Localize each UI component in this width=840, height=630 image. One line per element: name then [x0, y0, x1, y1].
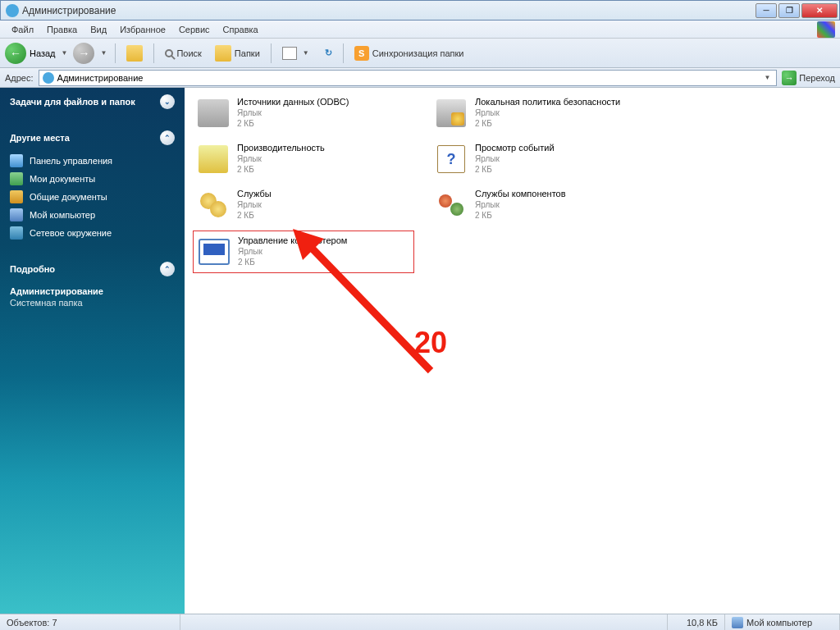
file-item[interactable]: Локальная политика безопасности Ярлык 2 …	[431, 93, 652, 134]
windows-logo-icon[interactable]	[817, 21, 835, 38]
sidebar-item-my-documents[interactable]: Мои документы	[10, 170, 175, 188]
folders-icon	[215, 45, 231, 62]
forward-button[interactable]: →	[73, 43, 94, 64]
sidebar-item-network[interactable]: Сетевое окружение	[10, 224, 175, 242]
sync-label: Синхронизация папки	[372, 48, 464, 58]
statusbar: Объектов: 7 10,8 КБ Мой компьютер	[0, 614, 840, 630]
file-item[interactable]: Управление компьютером Ярлык 2 КБ	[193, 231, 414, 273]
forward-dropdown-icon[interactable]: ▼	[98, 49, 109, 57]
file-type: Ярлык	[238, 246, 347, 257]
back-button[interactable]: ←	[5, 43, 26, 64]
sidebar-details-header[interactable]: Подробно ⌃	[0, 255, 185, 283]
annotation-number: 20	[414, 326, 447, 360]
sync-icon: S	[354, 46, 369, 61]
address-dropdown-icon[interactable]: ▼	[761, 74, 773, 81]
menu-view[interactable]: Вид	[84, 22, 113, 37]
address-input[interactable]: Администрирование ▼	[39, 70, 778, 86]
back-dropdown-icon[interactable]: ▼	[59, 49, 71, 57]
sidebar-tasks-header[interactable]: Задачи для файлов и папок ⌄	[0, 88, 185, 116]
sidebar-details-body: Администрирование Системная папка	[0, 283, 185, 311]
toolbar: ← Назад ▼ → ▼ Поиск Папки ▼ ↻ SСинхрониз…	[0, 39, 840, 68]
go-arrow-icon: →	[782, 71, 797, 85]
address-value: Администрирование	[57, 73, 144, 83]
file-item[interactable]: Производительность Ярлык 2 КБ	[193, 139, 414, 180]
views-button[interactable]: ▼	[277, 45, 317, 62]
file-name: Службы компонентов	[475, 188, 566, 199]
file-type: Ярлык	[237, 199, 272, 210]
file-name: Управление компьютером	[238, 235, 347, 246]
file-icon	[197, 235, 231, 269]
go-button[interactable]: → Переход	[782, 71, 835, 85]
titlebar: Администрирование ─ ❐ ✕	[0, 0, 840, 21]
folders-button[interactable]: Папки	[210, 43, 265, 63]
menu-edit[interactable]: Правка	[40, 22, 84, 37]
file-name: Просмотр событий	[475, 142, 555, 153]
shared-docs-icon	[10, 190, 23, 203]
sidebar-details-label: Подробно	[10, 264, 55, 274]
menu-file[interactable]: Файл	[5, 22, 40, 37]
file-type: Ярлык	[475, 107, 620, 118]
content-area: Источники данных (ODBC) Ярлык 2 КБ Локал…	[185, 88, 840, 614]
status-spacer	[180, 614, 668, 630]
file-icon	[196, 142, 231, 176]
chevron-up-icon[interactable]: ⌃	[160, 130, 175, 145]
status-size: 10,8 КБ	[668, 614, 725, 630]
window-title: Администрирование	[22, 5, 754, 16]
sidebar-item-label: Сетевое окружение	[30, 228, 112, 238]
sync-button[interactable]: SСинхронизация папки	[349, 44, 469, 62]
views-dropdown-icon: ▼	[300, 49, 312, 57]
details-subtitle: Системная папка	[10, 298, 175, 308]
menu-favorites[interactable]: Избранное	[113, 22, 172, 37]
file-item[interactable]: Просмотр событий Ярлык 2 КБ	[431, 139, 652, 180]
menu-tools[interactable]: Сервис	[172, 22, 217, 37]
file-icon	[196, 188, 231, 222]
chevron-up-icon[interactable]: ⌃	[160, 262, 175, 276]
file-icon	[434, 96, 468, 130]
sidebar-item-label: Мой компьютер	[30, 210, 95, 220]
documents-icon	[10, 172, 23, 185]
file-icon	[434, 188, 468, 222]
minimize-button[interactable]: ─	[756, 3, 777, 18]
sidebar-places-header[interactable]: Другие места ⌃	[0, 124, 185, 152]
file-icon	[196, 96, 231, 130]
status-location-text: Мой компьютер	[746, 618, 812, 628]
search-button[interactable]: Поиск	[160, 47, 206, 60]
folder-up-icon	[126, 45, 143, 62]
maximize-button[interactable]: ❐	[778, 3, 800, 18]
back-label[interactable]: Назад	[30, 48, 56, 58]
file-name: Источники данных (ODBC)	[237, 96, 349, 107]
address-bar: Адрес: Администрирование ▼ → Переход	[0, 68, 840, 88]
chevron-down-icon[interactable]: ⌄	[160, 94, 175, 109]
sidebar-places-label: Другие места	[10, 133, 70, 143]
sidebar-item-my-computer[interactable]: Мой компьютер	[10, 206, 175, 224]
file-item[interactable]: Службы Ярлык 2 КБ	[193, 185, 414, 226]
file-name: Производительность	[237, 142, 325, 153]
details-title: Администрирование	[10, 286, 175, 296]
network-icon	[10, 226, 23, 240]
sidebar-item-control-panel[interactable]: Панель управления	[10, 152, 175, 170]
sidebar-item-label: Панель управления	[30, 156, 112, 166]
file-size: 2 КБ	[237, 210, 272, 221]
file-type: Ярлык	[237, 107, 349, 118]
close-button[interactable]: ✕	[801, 3, 838, 18]
file-size: 2 КБ	[475, 210, 566, 221]
menubar: Файл Правка Вид Избранное Сервис Справка	[0, 21, 840, 39]
file-size: 2 КБ	[237, 164, 325, 175]
refresh-button[interactable]: ↻	[320, 46, 337, 60]
sidebar-tasks-label: Задачи для файлов и папок	[10, 97, 135, 107]
go-label: Переход	[799, 73, 835, 83]
file-type: Ярлык	[237, 153, 325, 164]
file-name: Службы	[237, 188, 272, 199]
file-item[interactable]: Источники данных (ODBC) Ярлык 2 КБ	[193, 93, 414, 134]
sidebar-item-shared-documents[interactable]: Общие документы	[10, 188, 175, 206]
status-objects: Объектов: 7	[0, 614, 180, 630]
views-icon	[282, 47, 297, 60]
search-icon	[165, 49, 173, 57]
address-icon	[43, 72, 54, 84]
file-type: Ярлык	[475, 153, 555, 164]
up-button[interactable]	[121, 43, 148, 63]
menu-help[interactable]: Справка	[217, 22, 265, 37]
file-type: Ярлык	[475, 199, 566, 210]
folders-label: Папки	[235, 48, 260, 58]
file-item[interactable]: Службы компонентов Ярлык 2 КБ	[431, 185, 652, 226]
